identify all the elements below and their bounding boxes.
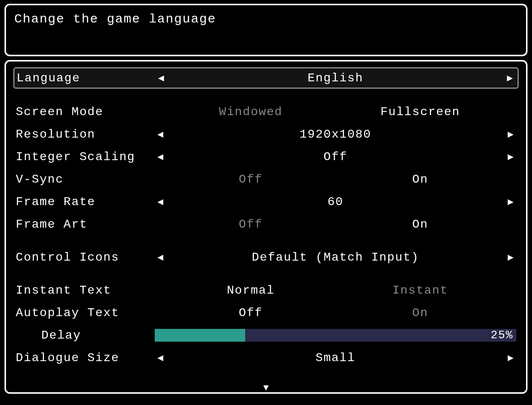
arrow-right-icon[interactable]: ▶	[504, 72, 515, 84]
arrow-right-icon[interactable]: ▶	[505, 251, 516, 263]
setting-frame-art[interactable]: Frame Art Off On	[14, 214, 518, 234]
value-integer-scaling: Off	[166, 150, 505, 164]
arrow-left-icon[interactable]: ◀	[155, 151, 166, 163]
spacer	[14, 270, 518, 280]
label-language: Language	[17, 71, 155, 85]
screen-mode-windowed[interactable]: Windowed	[166, 105, 336, 119]
frame-art-off[interactable]: Off	[166, 218, 336, 231]
autoplay-on[interactable]: On	[336, 306, 505, 320]
setting-resolution[interactable]: Resolution ◀ 1920x1080 ▶	[14, 124, 518, 144]
arrow-right-icon[interactable]: ▶	[505, 196, 516, 208]
setting-integer-scaling[interactable]: Integer Scaling ◀ Off ▶	[14, 147, 518, 166]
label-instant-text: Instant Text	[16, 284, 155, 297]
frame-art-on[interactable]: On	[336, 218, 505, 231]
description-text: Change the game language	[14, 12, 518, 26]
value-control-icons: Default (Match Input)	[166, 250, 505, 264]
label-vsync: V-Sync	[16, 172, 155, 186]
spacer	[14, 237, 518, 248]
scroll-down-icon[interactable]: ▼	[263, 383, 268, 393]
setting-control-icons[interactable]: Control Icons ◀ Default (Match Input) ▶	[14, 248, 518, 267]
setting-screen-mode[interactable]: Screen Mode Windowed Fullscreen	[14, 102, 518, 122]
spacer	[14, 92, 518, 102]
setting-frame-rate[interactable]: Frame Rate ◀ 60 ▶	[14, 192, 518, 212]
label-frame-art: Frame Art	[16, 218, 155, 231]
label-control-icons: Control Icons	[16, 250, 155, 264]
vsync-on[interactable]: On	[336, 172, 505, 186]
delay-slider-fill	[155, 329, 245, 342]
setting-instant-text[interactable]: Instant Text Normal Instant	[14, 280, 518, 300]
label-dialogue-size: Dialogue Size	[16, 351, 155, 365]
label-autoplay-text: Autoplay Text	[16, 306, 155, 320]
screen-mode-fullscreen[interactable]: Fullscreen	[336, 105, 505, 119]
delay-percent: 25%	[491, 329, 513, 342]
arrow-left-icon[interactable]: ◀	[155, 128, 166, 140]
arrow-left-icon[interactable]: ◀	[155, 196, 166, 208]
vsync-off[interactable]: Off	[166, 172, 336, 186]
label-integer-scaling: Integer Scaling	[16, 150, 155, 164]
arrow-left-icon[interactable]: ◀	[155, 72, 167, 84]
setting-dialogue-size[interactable]: Dialogue Size ◀ Small ▶	[14, 348, 518, 368]
arrow-right-icon[interactable]: ▶	[505, 352, 516, 364]
instant-text-instant[interactable]: Instant	[336, 284, 505, 297]
settings-panel: Language ◀ English ▶ Screen Mode Windowe…	[5, 60, 527, 394]
label-delay: Delay	[16, 328, 155, 342]
setting-delay[interactable]: Delay 25%	[14, 326, 518, 345]
label-screen-mode: Screen Mode	[16, 105, 155, 119]
autoplay-off[interactable]: Off	[166, 306, 336, 320]
value-language: English	[167, 71, 504, 85]
instant-text-normal[interactable]: Normal	[166, 284, 336, 297]
description-panel: Change the game language	[5, 4, 527, 56]
arrow-right-icon[interactable]: ▶	[505, 128, 516, 140]
setting-language[interactable]: Language ◀ English ▶	[14, 68, 518, 88]
value-frame-rate: 60	[166, 195, 505, 209]
setting-autoplay-text[interactable]: Autoplay Text Off On	[14, 303, 518, 322]
arrow-left-icon[interactable]: ◀	[155, 251, 166, 263]
setting-vsync[interactable]: V-Sync Off On	[14, 170, 518, 189]
label-resolution: Resolution	[16, 128, 155, 141]
delay-slider[interactable]: 25%	[155, 329, 516, 342]
value-dialogue-size: Small	[166, 351, 505, 365]
arrow-left-icon[interactable]: ◀	[155, 352, 166, 364]
arrow-right-icon[interactable]: ▶	[505, 151, 516, 163]
value-resolution: 1920x1080	[166, 128, 505, 141]
label-frame-rate: Frame Rate	[16, 195, 155, 209]
